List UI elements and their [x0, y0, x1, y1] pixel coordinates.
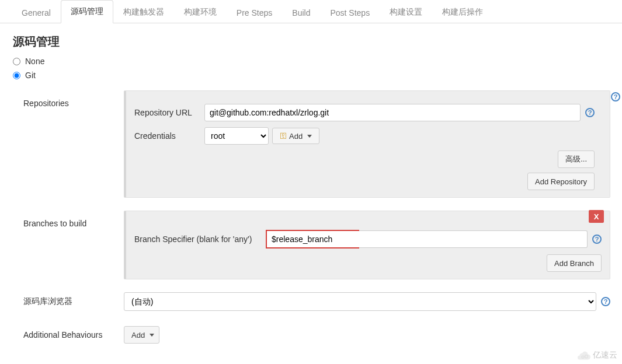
repo-browser-row: 源码库浏览器 (自动) ? [0, 290, 622, 313]
tab-env[interactable]: 构建环境 [174, 1, 227, 23]
credentials-label: Credentials [134, 131, 204, 141]
scm-option-none[interactable]: None [0, 54, 622, 68]
chevron-down-icon [307, 135, 312, 138]
repo-url-input[interactable] [204, 104, 581, 121]
branch-spec-label: Branch Specifier (blank for 'any') [134, 230, 266, 249]
radio-git[interactable] [13, 72, 20, 79]
branches-panel: X Branch Specifier (blank for 'any') ? A… [124, 211, 610, 279]
add-behaviour-button[interactable]: Add [124, 326, 159, 344]
config-tabs: General 源码管理 构建触发器 构建环境 Pre Steps Build … [0, 0, 622, 23]
chevron-down-icon [150, 334, 154, 337]
tab-triggers[interactable]: 构建触发器 [113, 1, 174, 23]
tab-scm[interactable]: 源码管理 [61, 0, 113, 23]
branch-spec-highlight [266, 230, 359, 249]
add-credentials-button[interactable]: ⚿ Add [272, 128, 319, 144]
branches-row: Branches to build X Branch Specifier (bl… [0, 208, 622, 282]
additional-behaviours-row: Additional Behaviours Add [0, 324, 622, 346]
tab-pre-steps[interactable]: Pre Steps [227, 2, 282, 23]
help-icon[interactable]: ? [611, 92, 620, 102]
branch-spec-input-extend [359, 230, 588, 248]
radio-none-label: None [25, 57, 44, 66]
repo-browser-label: 源码库浏览器 [23, 296, 124, 307]
add-credentials-label: Add [289, 132, 303, 141]
tab-build[interactable]: Build [282, 2, 320, 23]
repo-browser-select[interactable]: (自动) [124, 292, 596, 311]
help-icon[interactable]: ? [592, 235, 602, 244]
radio-git-label: Git [25, 71, 36, 80]
section-title-scm: 源码管理 [0, 23, 622, 54]
tab-post-build[interactable]: 构建后操作 [432, 1, 493, 23]
repositories-row: Repositories ? Repository URL ? Credenti… [0, 88, 622, 200]
repo-url-label: Repository URL [134, 108, 204, 117]
tab-build-settings[interactable]: 构建设置 [380, 1, 432, 23]
credentials-select[interactable]: root [204, 127, 269, 145]
radio-none[interactable] [13, 58, 20, 65]
repositories-label: Repositories [23, 90, 124, 108]
add-behaviour-label: Add [131, 331, 145, 340]
delete-branch-button[interactable]: X [589, 210, 604, 223]
branches-label: Branches to build [23, 211, 124, 228]
tab-general[interactable]: General [12, 2, 61, 23]
repo-advanced-button[interactable]: 高级... [558, 150, 595, 168]
key-icon: ⚿ [280, 132, 287, 140]
tab-post-steps[interactable]: Post Steps [320, 2, 380, 23]
add-repository-button[interactable]: Add Repository [527, 173, 595, 190]
help-icon[interactable]: ? [585, 108, 595, 117]
help-icon[interactable]: ? [601, 297, 610, 306]
scm-option-git[interactable]: Git [0, 68, 622, 82]
repositories-panel: ? Repository URL ? Credentials root ⚿ Ad… [124, 90, 610, 198]
additional-behaviours-label: Additional Behaviours [23, 330, 124, 340]
add-branch-button[interactable]: Add Branch [547, 254, 602, 272]
